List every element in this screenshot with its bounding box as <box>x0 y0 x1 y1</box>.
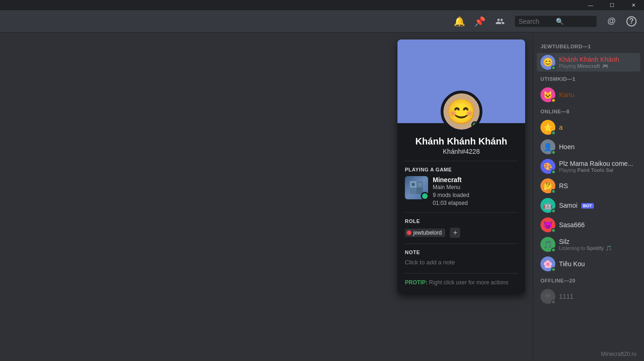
member-subtext-plzmama: Playing Paint Tools Sai <box>559 167 637 173</box>
avatar-plzmama: 🎨 <box>540 159 555 174</box>
member-item-plzmama[interactable]: 🎨 Plz Mama Raikou come... Playing Paint … <box>537 157 640 176</box>
members-icon[interactable] <box>494 16 506 27</box>
profile-discriminator: Khánh#4228 <box>405 148 518 155</box>
member-name-plzmama: Plz Mama Raikou come... <box>559 160 637 167</box>
game-icon-badge-inner <box>422 193 428 199</box>
svg-rect-4 <box>418 183 421 186</box>
member-item-sasa[interactable]: 😈 Sasa666 <box>537 216 640 234</box>
section-header-offline: OFFLINE—20 <box>537 274 640 285</box>
profile-banner: 😊 <box>397 39 525 123</box>
member-name-rs: RS <box>559 182 637 190</box>
search-icon: 🔍 <box>556 18 593 25</box>
member-name-tieoukou: Tiêu Kou <box>559 260 637 268</box>
footer-watermark: Minecraft20.ru <box>601 351 637 357</box>
member-subtext-khanh: Playing Minecraft 🎮 <box>559 63 637 69</box>
member-info-silz: Silz Listening to Spotify 🎵 <box>559 238 637 251</box>
main-area: JEWTUBELORD—1 😊 Khánh Khánh Khánh Playin… <box>0 33 644 361</box>
member-item-1111[interactable]: 👾 1111 <box>537 287 640 306</box>
game-icon <box>405 176 428 199</box>
member-info-rs: RS <box>559 182 637 190</box>
profile-divider-1 <box>405 161 518 161</box>
member-info-sasa: Sasa666 <box>559 221 637 229</box>
avatar-online-status <box>471 121 479 129</box>
member-name-hoen: Hoen <box>559 143 637 151</box>
game-detail-3: 01:03 elapsed <box>433 199 518 207</box>
avatar-kanu: 🐱 <box>540 87 555 102</box>
help-icon[interactable]: ? <box>626 16 637 26</box>
section-header-utismkid: UTISMKID—1 <box>537 72 640 84</box>
member-name-a: a <box>559 124 637 131</box>
role-dot <box>407 230 411 235</box>
avatar-samoi: 🤖 <box>540 198 555 213</box>
section-header-online: ONLINE—8 <box>537 105 640 116</box>
avatar-tieoukou: 🌸 <box>540 256 555 271</box>
game-icon-badge <box>421 192 428 199</box>
member-info-kanu: Kanu <box>559 91 637 98</box>
member-item-tieoukou[interactable]: 🌸 Tiêu Kou <box>537 255 640 273</box>
avatar-sasa: 😈 <box>540 217 555 232</box>
profile-username: Khánh Khánh Khánh <box>405 136 518 147</box>
game-details: Minecraft Main Menu 9 mods loaded 01:03 … <box>433 176 518 207</box>
member-info-samoi: Samoi BOT <box>559 202 637 209</box>
profile-avatar-large: 😊 <box>441 91 482 132</box>
profile-popup: 😊 Khánh Khánh Khánh Khánh#4228 PLAYING A… <box>397 39 525 293</box>
bell-icon[interactable]: 🔔 <box>454 16 465 27</box>
svg-rect-3 <box>412 183 415 186</box>
avatar-rs: 🤔 <box>540 178 555 193</box>
pin-icon[interactable]: 📌 <box>474 16 485 27</box>
member-item-rs[interactable]: 🤔 RS <box>537 177 640 195</box>
avatar-hoen: 👤 <box>540 139 555 154</box>
role-section: ROLE jewtubelord + <box>405 218 518 238</box>
search-placeholder: Search <box>519 18 556 25</box>
avatar-1111: 👾 <box>540 289 555 304</box>
member-info-1111: 1111 <box>559 293 637 300</box>
member-name-kanu: Kanu <box>559 91 637 98</box>
member-item-kanu[interactable]: 🐱 Kanu <box>537 85 640 104</box>
game-detail-2: 9 mods loaded <box>433 191 518 199</box>
member-info-tieoukou: Tiêu Kou <box>559 260 637 268</box>
search-bar[interactable]: Search 🔍 <box>515 16 597 27</box>
member-info-a: a <box>559 124 637 131</box>
protip: PROTIP: Right click user for more action… <box>405 273 518 286</box>
member-item-hoen[interactable]: 👤 Hoen <box>537 138 640 156</box>
close-button[interactable]: ✕ <box>623 0 644 10</box>
avatar-khanh: 😊 <box>540 55 555 70</box>
member-info-hoen: Hoen <box>559 143 637 151</box>
member-name-sasa: Sasa666 <box>559 221 637 229</box>
topbar: 🔔 📌 Search 🔍 @ ? <box>0 10 644 33</box>
game-activity: Minecraft Main Menu 9 mods loaded 01:03 … <box>405 176 518 207</box>
member-list: JEWTUBELORD—1 😊 Khánh Khánh Khánh Playin… <box>533 33 644 361</box>
titlebar: — ☐ ✕ <box>0 0 644 10</box>
protip-label: PROTIP: <box>405 279 428 286</box>
member-item-silz[interactable]: 🎵 Silz Listening to Spotify 🎵 <box>537 235 640 254</box>
avatar-silz: 🎵 <box>540 237 555 252</box>
member-subtext-silz: Listening to Spotify 🎵 <box>559 245 637 251</box>
note-section: NOTE Click to add a note <box>405 249 518 266</box>
note-section-label: NOTE <box>405 249 518 255</box>
role-tag-jewtubelord: jewtubelord <box>405 229 445 237</box>
maximize-button[interactable]: ☐ <box>601 0 623 10</box>
member-name-silz: Silz <box>559 238 637 245</box>
member-info-plzmama: Plz Mama Raikou come... Playing Paint To… <box>559 160 637 173</box>
add-role-button[interactable]: + <box>450 228 460 238</box>
member-item-a[interactable]: ⭐ a <box>537 118 640 137</box>
role-tag-label: jewtubelord <box>413 230 442 236</box>
protip-text: Right click user for more actions <box>429 279 508 286</box>
member-item-samoi[interactable]: 🤖 Samoi BOT <box>537 196 640 215</box>
at-icon[interactable]: @ <box>606 16 617 27</box>
minimize-button[interactable]: — <box>580 0 601 10</box>
member-name-1111: 1111 <box>559 293 637 300</box>
bot-badge: BOT <box>581 203 594 209</box>
member-name-samoi: Samoi BOT <box>559 202 637 209</box>
profile-divider-2 <box>405 212 518 213</box>
role-section-label: ROLE <box>405 218 518 224</box>
member-info-khanh: Khánh Khánh Khánh Playing Minecraft 🎮 <box>559 56 637 69</box>
note-input[interactable]: Click to add a note <box>405 259 518 266</box>
member-name-khanh: Khánh Khánh Khánh <box>559 56 637 63</box>
member-item-khanh[interactable]: 😊 Khánh Khánh Khánh Playing Minecraft 🎮 <box>537 53 640 72</box>
activity-section-label: PLAYING A GAME <box>405 167 518 172</box>
profile-body: Khánh Khánh Khánh Khánh#4228 PLAYING A G… <box>397 123 525 293</box>
game-detail-1: Main Menu <box>433 184 518 191</box>
profile-divider-3 <box>405 243 518 244</box>
avatar-a: ⭐ <box>540 120 555 135</box>
